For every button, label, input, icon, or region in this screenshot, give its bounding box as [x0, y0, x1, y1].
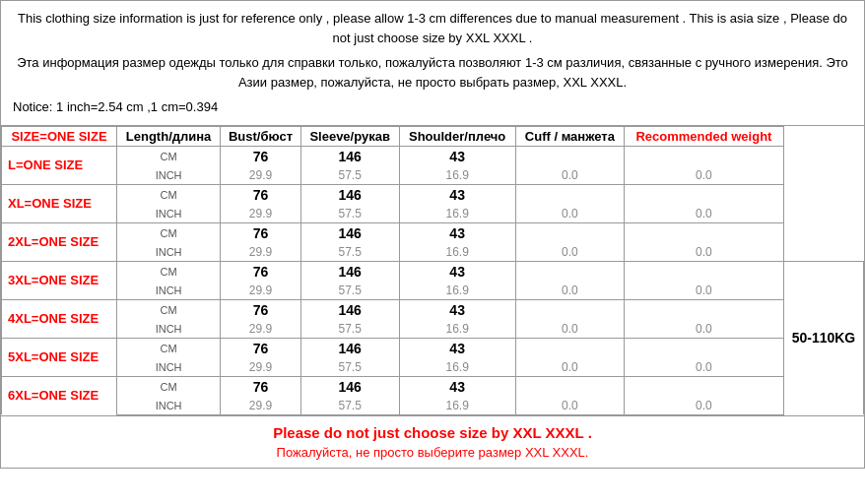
header-bust: Bust/бюст — [221, 126, 301, 146]
table-header-row: SIZE=ONE SIZE Length/длина Bust/бюст Sle… — [2, 126, 864, 146]
header-length: Length/длина — [116, 126, 220, 146]
header-shoulder: Shoulder/плечо — [399, 126, 515, 146]
size-table: SIZE=ONE SIZE Length/длина Bust/бюст Sle… — [1, 126, 864, 415]
table-row: INCH29.957.516.90.00.0 — [2, 397, 864, 415]
table-row: L=ONE SIZECM7614643 — [2, 146, 864, 166]
table-row: 5XL=ONE SIZECM7614643 — [2, 338, 864, 358]
table-row: INCH29.957.516.90.00.0 — [2, 166, 864, 185]
footer-block: Please do not just choose size by XXL XX… — [1, 415, 864, 468]
table-row: INCH29.957.516.90.00.0 — [2, 205, 864, 223]
header-sleeve: Sleeve/рукав — [300, 126, 399, 146]
notice-block: This clothing size information is just f… — [1, 1, 864, 126]
size-chart-container: This clothing size information is just f… — [0, 0, 865, 469]
table-row: XL=ONE SIZECM7614643 — [2, 184, 864, 205]
english-notice: This clothing size information is just f… — [13, 9, 852, 47]
table-row: INCH29.957.516.90.00.0 — [2, 243, 864, 262]
table-row: INCH29.957.516.90.00.0 — [2, 320, 864, 339]
table-row: 6XL=ONE SIZECM7614643 — [2, 376, 864, 397]
footer-main: Please do not just choose size by XXL XX… — [9, 424, 856, 441]
footer-sub: Пожалуйста, не просто выберите размер XX… — [9, 445, 856, 460]
header-cuff: Cuff / манжета — [515, 126, 624, 146]
table-row: 2XL=ONE SIZECM7614643 — [2, 222, 864, 243]
table-row: INCH29.957.516.90.00.0 — [2, 358, 864, 377]
russian-notice: Эта информация размер одежды только для … — [13, 53, 852, 92]
table-row: 3XL=ONE SIZECM761464350-110KG — [2, 261, 864, 282]
unit-notice: Notice: 1 inch=2.54 cm ,1 cm=0.394 — [13, 97, 852, 117]
header-size: SIZE=ONE SIZE — [2, 126, 117, 146]
table-row: 4XL=ONE SIZECM7614643 — [2, 299, 864, 320]
table-row: INCH29.957.516.90.00.0 — [2, 282, 864, 300]
header-weight: Recommended weight — [624, 126, 783, 146]
